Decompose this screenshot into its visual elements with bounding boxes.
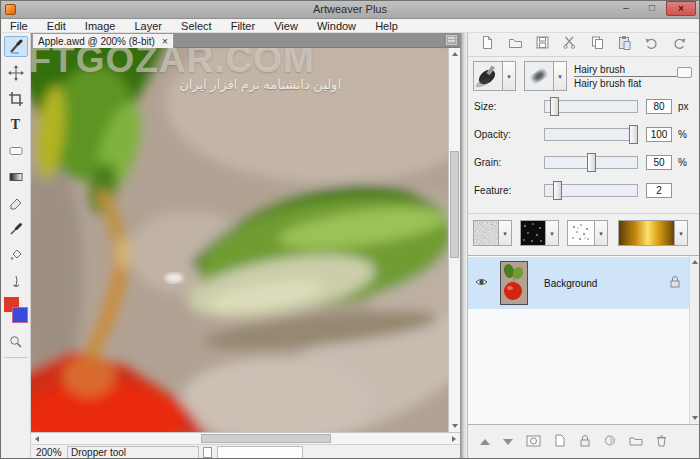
gradient-dropdown[interactable]: ▾ — [675, 220, 688, 246]
brush-tool[interactable] — [4, 36, 28, 57]
brush-name[interactable]: Hairy brush — [574, 64, 678, 77]
panel-divider[interactable] — [460, 33, 467, 458]
redo-icon[interactable] — [672, 35, 687, 54]
open-icon[interactable] — [508, 35, 523, 54]
vertical-scroll-thumb[interactable] — [450, 151, 459, 258]
menu-file[interactable]: File — [2, 19, 36, 33]
shape-tool[interactable] — [4, 140, 28, 161]
opacity-slider-thumb[interactable] — [629, 125, 638, 144]
dark-pattern-dropdown[interactable]: ▾ — [546, 220, 559, 246]
menu-window[interactable]: Window — [309, 19, 364, 33]
layer-name[interactable]: Background — [544, 278, 597, 289]
new-layer-icon[interactable] — [554, 433, 566, 451]
smudge-tool[interactable] — [4, 270, 28, 291]
document-tab[interactable]: Apple.awd @ 200% (8-bit) × — [32, 33, 174, 48]
grain-slider-thumb[interactable] — [587, 153, 596, 172]
scroll-left-icon[interactable] — [35, 436, 39, 442]
copy-icon[interactable] — [590, 35, 605, 54]
eraser-icon — [8, 195, 24, 211]
menu-image[interactable]: Image — [77, 19, 124, 33]
dropper-tool[interactable] — [4, 218, 28, 239]
layers-panel: Background — [468, 255, 699, 425]
close-button[interactable]: × — [666, 1, 696, 16]
menu-layer[interactable]: Layer — [126, 19, 170, 33]
canvas[interactable]: SOFTGOZAR.COM اولین دانشنامه نرم افزار ا… — [31, 48, 448, 432]
brush-category-preview[interactable] — [473, 61, 503, 91]
menu-help[interactable]: Help — [367, 19, 406, 33]
paste-icon[interactable] — [617, 35, 632, 54]
menu-view[interactable]: View — [266, 19, 306, 33]
menu-filter[interactable]: Filter — [223, 19, 263, 33]
undo-icon[interactable] — [644, 35, 659, 54]
zoom-tool[interactable] — [4, 331, 28, 352]
float-document-icon[interactable] — [446, 35, 457, 45]
layers-scrollbar[interactable] — [689, 256, 699, 424]
maximize-button[interactable]: □ — [640, 1, 664, 16]
layer-effects-icon[interactable] — [604, 433, 616, 451]
cut-icon[interactable] — [562, 35, 577, 54]
grain-slider[interactable] — [544, 156, 638, 169]
menu-select[interactable]: Select — [173, 19, 220, 33]
scroll-up-icon[interactable] — [452, 52, 458, 56]
menu-edit[interactable]: Edit — [39, 19, 74, 33]
layer-row-background[interactable]: Background — [468, 257, 689, 309]
layers-scroll-up-icon[interactable] — [692, 260, 698, 264]
scroll-down-icon[interactable] — [452, 424, 458, 428]
size-slider-thumb[interactable] — [550, 97, 559, 116]
gradient-tool[interactable] — [4, 166, 28, 187]
feature-value[interactable]: 2 — [646, 183, 672, 198]
horizontal-scroll-thumb[interactable] — [201, 434, 331, 443]
document-area: Apple.awd @ 200% (8-bit) × — [31, 33, 460, 459]
feature-slider-thumb[interactable] — [553, 181, 562, 200]
document-tab-bar: Apple.awd @ 200% (8-bit) × — [31, 33, 460, 48]
brush-variant-name: Hairy brush flat — [574, 78, 641, 89]
opacity-slider[interactable] — [544, 128, 638, 141]
paper-texture-preview[interactable] — [473, 220, 499, 246]
size-label: Size: — [474, 101, 496, 112]
watermark-subtext: اولین دانشنامه نرم افزار ایران — [89, 77, 341, 92]
move-layer-down-icon[interactable] — [503, 439, 513, 445]
crop-tool[interactable] — [4, 88, 28, 109]
vertical-scrollbar[interactable] — [448, 48, 460, 432]
visibility-eye-icon[interactable] — [475, 274, 488, 292]
eraser-tool[interactable] — [4, 192, 28, 213]
status-proxy-icon[interactable] — [203, 447, 212, 458]
gradient-preview[interactable] — [618, 220, 675, 246]
background-color-swatch[interactable] — [12, 307, 28, 323]
dark-pattern-preview[interactable] — [520, 220, 546, 246]
group-layer-icon[interactable] — [629, 433, 643, 451]
app-window: Artweaver Plus – □ × File Edit Image Lay… — [0, 0, 700, 459]
opacity-value[interactable]: 100 — [646, 127, 672, 142]
new-document-icon[interactable] — [480, 35, 495, 54]
color-swatches — [3, 296, 29, 328]
paper-dropdown[interactable]: ▾ — [499, 220, 512, 246]
light-pattern-preview[interactable] — [567, 220, 595, 246]
brush-variant-dropdown[interactable]: ▾ — [554, 61, 567, 91]
layer-mask-icon[interactable] — [526, 433, 541, 451]
move-tool[interactable] — [4, 62, 28, 83]
brush-category-dropdown[interactable]: ▾ — [503, 61, 516, 91]
horizontal-scrollbar[interactable] — [31, 432, 460, 444]
size-slider[interactable] — [544, 100, 638, 113]
feature-slider[interactable] — [544, 184, 638, 197]
tab-close-icon[interactable]: × — [162, 37, 168, 47]
save-icon[interactable] — [535, 35, 550, 54]
delete-layer-icon[interactable] — [656, 433, 667, 451]
light-pattern-dropdown[interactable]: ▾ — [595, 220, 608, 246]
text-tool[interactable]: T — [4, 114, 28, 135]
grain-value[interactable]: 50 — [646, 155, 672, 170]
zoom-level[interactable]: 200% — [36, 447, 62, 458]
size-value[interactable]: 80 — [646, 99, 672, 114]
layer-thumbnail[interactable] — [500, 261, 528, 305]
lock-layer-icon[interactable] — [579, 433, 591, 451]
fill-tool[interactable] — [4, 244, 28, 265]
brush-editor-icon[interactable] — [677, 67, 692, 78]
layers-scroll-down-icon[interactable] — [692, 416, 698, 420]
minimize-button[interactable]: – — [614, 1, 638, 16]
move-layer-up-icon[interactable] — [480, 439, 490, 445]
opacity-unit: % — [678, 129, 687, 140]
brush-variant-preview[interactable] — [524, 61, 554, 91]
layer-lock-icon[interactable] — [669, 274, 681, 292]
tool-palette: T — [1, 33, 31, 458]
scroll-right-icon[interactable] — [452, 436, 456, 442]
